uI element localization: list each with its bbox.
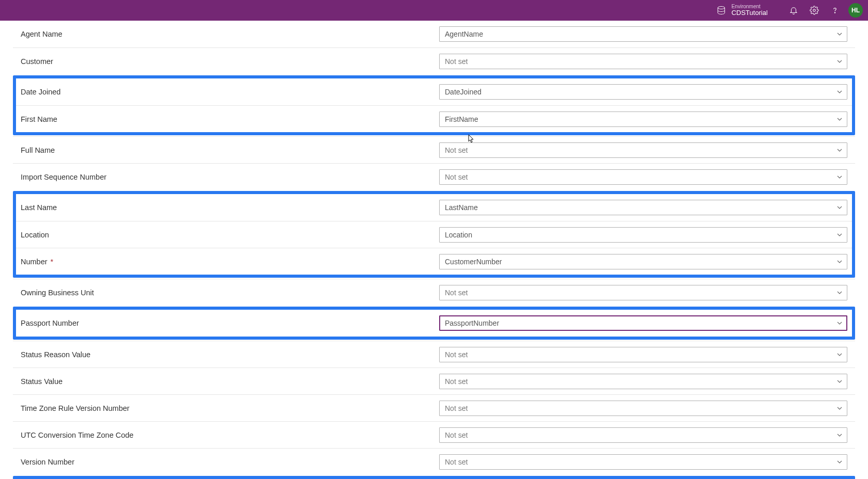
field-row: Owning Business UnitNot set (13, 279, 855, 306)
environment-name: CDSTutorial (732, 9, 768, 17)
field-row: Agent NameAgentName (13, 21, 855, 47)
field-row: Import Sequence NumberNot set (13, 163, 855, 190)
field-row: UTC Conversion Time Zone CodeNot set (13, 421, 855, 448)
mapping-dropdown[interactable]: Location (439, 227, 847, 243)
field-control: Not set (439, 454, 847, 470)
required-indicator: * (49, 258, 54, 266)
settings-icon[interactable] (804, 0, 825, 21)
chevron-down-icon (836, 232, 843, 238)
dropdown-value: CustomerNumber (445, 258, 502, 266)
field-control: Not set (439, 169, 847, 185)
mapping-dropdown[interactable]: PassportNumber (439, 315, 847, 331)
chevron-down-icon (836, 320, 843, 326)
field-row: Date JoinedDateJoined (16, 78, 852, 105)
svg-point-2 (834, 12, 835, 13)
chevron-down-icon (836, 204, 843, 211)
dropdown-value: Not set (445, 458, 468, 466)
chevron-down-icon (836, 259, 843, 265)
chevron-down-icon (836, 174, 843, 180)
chevron-down-icon (836, 89, 843, 95)
highlight-group: VIP Level ValueVIPLevel (13, 476, 855, 479)
field-control: LastName (439, 200, 847, 215)
field-label: UTC Conversion Time Zone Code (21, 431, 439, 439)
mapping-dropdown[interactable]: CustomerNumber (439, 254, 847, 269)
field-label: Agent Name (21, 30, 439, 38)
highlight-group: Passport NumberPassportNumber (13, 307, 855, 340)
field-row: Full NameNot set (13, 136, 855, 163)
dropdown-value: Not set (445, 404, 468, 412)
field-control: Not set (439, 347, 847, 362)
field-label: Import Sequence Number (21, 173, 439, 181)
field-control: AgentName (439, 26, 847, 42)
environment-icon (716, 5, 726, 15)
chevron-down-icon (836, 58, 843, 65)
notifications-icon[interactable] (783, 0, 804, 21)
help-icon[interactable] (825, 0, 845, 21)
field-mapping-list: Agent NameAgentNameCustomerNot setDate J… (0, 21, 868, 479)
field-label: Time Zone Rule Version Number (21, 404, 439, 412)
field-label: First Name (21, 115, 439, 123)
mapping-dropdown[interactable]: Not set (439, 142, 847, 158)
chevron-down-icon (836, 31, 843, 37)
dropdown-value: Not set (445, 146, 468, 154)
environment-block[interactable]: Environment CDSTutorial (716, 4, 768, 17)
field-control: DateJoined (439, 84, 847, 100)
mapping-dropdown[interactable]: Not set (439, 401, 847, 416)
mapping-dropdown[interactable]: Not set (439, 54, 847, 69)
field-label: Location (21, 231, 439, 239)
user-avatar[interactable]: HL (848, 3, 863, 18)
mapping-dropdown[interactable]: AgentName (439, 26, 847, 42)
field-row: First NameFirstName (16, 105, 852, 132)
field-control: Not set (439, 54, 847, 69)
field-control: Not set (439, 374, 847, 389)
field-label: Status Value (21, 377, 439, 386)
mapping-dropdown[interactable]: Not set (439, 427, 847, 443)
field-row: Last NameLastName (16, 194, 852, 221)
field-label: Last Name (21, 203, 439, 212)
mapping-dropdown[interactable]: Not set (439, 454, 847, 470)
field-label: Status Reason Value (21, 350, 439, 359)
dropdown-value: Not set (445, 431, 468, 439)
chevron-down-icon (836, 116, 843, 122)
field-control: Not set (439, 142, 847, 158)
field-control: Location (439, 227, 847, 243)
field-label: Version Number (21, 458, 439, 466)
mapping-dropdown[interactable]: Not set (439, 347, 847, 362)
mapping-dropdown[interactable]: DateJoined (439, 84, 847, 100)
field-label: Full Name (21, 146, 439, 154)
svg-point-1 (813, 9, 816, 12)
svg-point-0 (718, 6, 724, 9)
highlight-group: Last NameLastNameLocationLocationNumber … (13, 191, 855, 278)
field-row: Number *CustomerNumber (16, 248, 852, 275)
mapping-dropdown[interactable]: LastName (439, 200, 847, 215)
mapping-dropdown[interactable]: Not set (439, 169, 847, 185)
field-label: Number * (21, 258, 439, 266)
dropdown-value: Location (445, 231, 472, 239)
dropdown-value: Not set (445, 350, 468, 359)
mapping-dropdown[interactable]: Not set (439, 374, 847, 389)
field-label: Owning Business Unit (21, 289, 439, 297)
dropdown-value: AgentName (445, 30, 483, 38)
mapping-dropdown[interactable]: Not set (439, 285, 847, 300)
field-label: Customer (21, 57, 439, 66)
avatar-initials: HL (851, 7, 860, 14)
dropdown-value: Not set (445, 289, 468, 297)
dropdown-value: DateJoined (445, 88, 482, 96)
chevron-down-icon (836, 290, 843, 296)
field-row: Status Reason ValueNot set (13, 341, 855, 368)
field-row: LocationLocation (16, 221, 852, 248)
chevron-down-icon (836, 378, 843, 385)
field-control: Not set (439, 427, 847, 443)
dropdown-value: Not set (445, 173, 468, 181)
field-control: CustomerNumber (439, 254, 847, 269)
chevron-down-icon (836, 147, 843, 153)
chevron-down-icon (836, 432, 843, 438)
chevron-down-icon (836, 405, 843, 411)
field-control: PassportNumber (439, 315, 847, 331)
mapping-dropdown[interactable]: FirstName (439, 111, 847, 127)
field-control: Not set (439, 401, 847, 416)
highlight-group: Date JoinedDateJoinedFirst NameFirstName (13, 75, 855, 135)
dropdown-value: Not set (445, 377, 468, 386)
field-row: Version NumberNot set (13, 448, 855, 475)
dropdown-value: FirstName (445, 115, 478, 123)
